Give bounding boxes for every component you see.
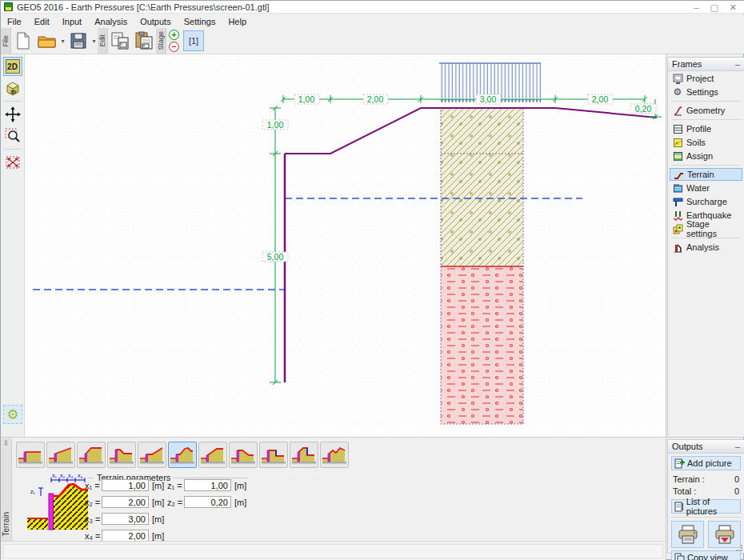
terrain-shape-drop[interactable] bbox=[107, 442, 136, 468]
x1-input[interactable] bbox=[102, 479, 149, 491]
view-2d-button[interactable]: 2D bbox=[3, 57, 22, 76]
terrain-diagram: 1,00 2,00 3,00 2,00 0,20 1,00 5,00 bbox=[25, 54, 666, 437]
frame-item-geometry[interactable]: Geometry bbox=[670, 104, 742, 117]
terrain-shape-flat-then-slope[interactable] bbox=[138, 442, 166, 468]
frame-item-water[interactable]: Water bbox=[670, 182, 742, 194]
frames-separator bbox=[671, 119, 741, 120]
terrain-shape-berm-down[interactable] bbox=[229, 442, 258, 468]
close-button[interactable]: ✕ bbox=[730, 2, 737, 13]
drawing-settings-button[interactable]: ⚙ bbox=[3, 405, 22, 424]
printer-color-icon bbox=[714, 525, 735, 544]
z1-input[interactable] bbox=[184, 479, 231, 491]
dim-left-lower: 5,00 bbox=[267, 252, 284, 262]
frame-item-assign[interactable]: Assign bbox=[670, 150, 742, 162]
terrain-shape-peak-step[interactable] bbox=[290, 442, 318, 468]
menu-file[interactable]: File bbox=[1, 15, 28, 28]
frame-item-stage-settings[interactable]: Stage settings bbox=[670, 222, 742, 235]
add-picture-button[interactable]: Add picture bbox=[671, 456, 741, 470]
new-file-button[interactable] bbox=[12, 30, 34, 52]
list-of-pictures-icon bbox=[674, 502, 684, 512]
save-dropdown-caret[interactable]: ▾ bbox=[90, 28, 98, 54]
param-x1: x₁ = [m] bbox=[85, 479, 164, 491]
frame-item-settings[interactable]: ⚙ Settings bbox=[670, 86, 742, 98]
terrain-shape-slope-plateau[interactable] bbox=[77, 442, 106, 468]
dim-top-3: 3,00 bbox=[480, 94, 497, 104]
dim-top-1: 1,00 bbox=[298, 94, 315, 104]
terrain-shape-slope[interactable] bbox=[46, 442, 75, 468]
open-file-button[interactable] bbox=[36, 30, 58, 52]
stage-1-button[interactable]: [1] bbox=[183, 30, 204, 51]
vertical-splitter[interactable] bbox=[666, 54, 666, 560]
soil-layer-clay bbox=[441, 266, 523, 424]
zoom-window-icon bbox=[5, 128, 21, 144]
copy-picture-button[interactable] bbox=[109, 30, 131, 52]
outputs-title: Outputs bbox=[672, 442, 703, 451]
open-folder-icon bbox=[38, 33, 57, 49]
view-3d-button[interactable]: 3D bbox=[3, 78, 22, 98]
gear-icon: ⚙ bbox=[6, 406, 18, 423]
panel-drag-grip[interactable] bbox=[5, 440, 7, 446]
print-button[interactable] bbox=[671, 521, 704, 548]
list-of-pictures-button[interactable]: List of pictures bbox=[671, 499, 741, 514]
frames-minimize-button[interactable]: – bbox=[735, 61, 740, 67]
menu-help[interactable]: Help bbox=[222, 15, 253, 28]
assign-icon bbox=[672, 150, 683, 162]
open-dropdown-caret[interactable]: ▾ bbox=[59, 28, 66, 54]
profile-icon bbox=[672, 123, 683, 134]
settings-gear-icon: ⚙ bbox=[672, 86, 683, 98]
app-window: GEO5 2016 - Earth Pressures [C:\Earth Pr… bbox=[0, 0, 744, 560]
save-button[interactable] bbox=[67, 30, 90, 52]
zoom-window-button[interactable] bbox=[3, 126, 22, 146]
menu-settings[interactable]: Settings bbox=[178, 15, 222, 28]
terrain-counter: Terrain :0 bbox=[668, 473, 744, 485]
x3-input[interactable] bbox=[102, 513, 149, 525]
2d-icon: 2D bbox=[6, 59, 20, 74]
copy-view-icon bbox=[674, 553, 685, 560]
menu-bar: File Edit Input Analysis Outputs Setting… bbox=[1, 14, 744, 28]
paste-picture-icon bbox=[134, 31, 154, 50]
paste-picture-button[interactable] bbox=[133, 30, 155, 52]
soil-body bbox=[54, 484, 88, 530]
menu-analysis[interactable]: Analysis bbox=[88, 15, 134, 28]
frame-item-profile[interactable]: Profile bbox=[670, 122, 742, 135]
panel-resize-grip[interactable] bbox=[736, 545, 742, 551]
stage-remove-button[interactable]: − bbox=[169, 42, 179, 52]
minimize-button[interactable]: – bbox=[694, 2, 698, 13]
new-file-icon bbox=[15, 32, 31, 50]
x2-input[interactable] bbox=[102, 496, 149, 508]
total-count: 0 bbox=[734, 486, 739, 496]
terrain-shape-mound-selected[interactable] bbox=[168, 442, 197, 468]
fit-to-view-icon bbox=[5, 154, 21, 170]
outputs-minimize-button[interactable]: – bbox=[735, 443, 740, 450]
frame-item-surcharge[interactable]: Surcharge bbox=[670, 195, 742, 208]
soil-layer-sand bbox=[441, 108, 523, 266]
soils-icon bbox=[672, 137, 683, 148]
z2-input[interactable] bbox=[184, 496, 231, 508]
drawing-canvas[interactable]: 1,00 2,00 3,00 2,00 0,20 1,00 5,00 bbox=[25, 54, 666, 437]
terrain-shape-flat[interactable] bbox=[16, 442, 45, 468]
terrain-shape-steep-slope[interactable] bbox=[198, 442, 227, 468]
outputs-separator bbox=[671, 517, 741, 518]
copy-view-button[interactable]: Copy view bbox=[671, 550, 741, 560]
menu-input[interactable]: Input bbox=[56, 15, 88, 28]
terrain-shape-step-down[interactable] bbox=[259, 442, 288, 468]
stage-add-button[interactable]: + bbox=[169, 30, 179, 40]
x4-input[interactable] bbox=[102, 530, 149, 542]
param-x2: x₂ = [m] bbox=[85, 496, 164, 508]
terrain-shape-irregular[interactable] bbox=[320, 442, 349, 468]
frame-item-terrain[interactable]: Terrain bbox=[670, 168, 742, 181]
menu-outputs[interactable]: Outputs bbox=[134, 15, 178, 28]
print-color-button[interactable] bbox=[708, 521, 741, 548]
maximize-button[interactable]: ▢ bbox=[710, 2, 718, 13]
frame-item-soils[interactable]: Soils bbox=[670, 136, 742, 149]
frames-panel-header: Frames – bbox=[668, 58, 744, 71]
menu-edit[interactable]: Edit bbox=[28, 15, 56, 28]
frame-item-analysis[interactable]: Analysis bbox=[670, 241, 742, 254]
param-z2: z₂ = [m] bbox=[167, 496, 246, 508]
pan-tool-button[interactable] bbox=[3, 105, 22, 124]
toolbar-separator bbox=[4, 101, 22, 102]
printer-icon bbox=[678, 525, 698, 544]
main-toolbar: File ▾ ▾ Edit Stage + − [1] bbox=[1, 28, 744, 54]
frame-item-project[interactable]: Project bbox=[670, 72, 742, 85]
fit-to-view-button[interactable] bbox=[3, 153, 22, 172]
